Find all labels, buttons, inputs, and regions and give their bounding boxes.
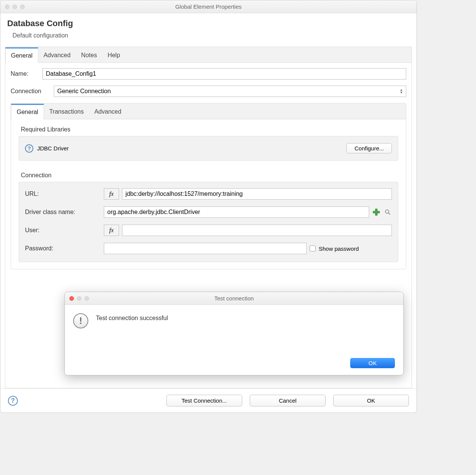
help-icon[interactable]: ? (8, 396, 18, 406)
minimize-window-icon[interactable] (13, 5, 17, 9)
modal-body: ! Test connection successful (65, 305, 403, 335)
driver-help-icon[interactable]: ? (25, 144, 33, 153)
page-subtitle: Default configuration (7, 32, 410, 39)
inner-tab-content: Required Libraries ? JDBC Driver Configu… (11, 119, 406, 269)
connection-select-value: Generic Connection (57, 88, 111, 95)
url-fx-button[interactable]: fx (104, 188, 119, 200)
bottom-bar: ? Test Connection... Cancel OK (0, 388, 417, 412)
modal-zoom-icon[interactable] (85, 296, 89, 301)
connection-section-title: Connection (19, 172, 398, 179)
svg-line-1 (388, 213, 390, 215)
search-driver-button[interactable] (384, 208, 392, 216)
name-input[interactable] (42, 68, 406, 80)
required-libraries-title: Required Libraries (19, 126, 398, 133)
url-input[interactable] (122, 188, 392, 200)
user-input[interactable] (122, 225, 392, 236)
configure-button[interactable]: Configure... (346, 143, 392, 153)
tab-advanced[interactable]: Advanced (38, 47, 76, 62)
window-controls (5, 5, 25, 9)
connection-box: URL: fx Driver class name: (19, 182, 398, 262)
inner-panel: General Transactions Advanced Required L… (11, 103, 406, 269)
user-label: User: (25, 227, 101, 234)
driver-class-label: Driver class name: (25, 209, 101, 216)
modal-window-controls (69, 296, 89, 301)
inner-tab-general[interactable]: General (11, 104, 44, 119)
alert-icon: ! (73, 313, 88, 328)
inner-tab-transactions[interactable]: Transactions (44, 103, 89, 119)
jdbc-driver-label: JDBC Driver (37, 145, 69, 152)
show-password-label: Show password (319, 245, 359, 252)
password-input[interactable] (104, 243, 307, 254)
svg-point-0 (385, 210, 389, 213)
url-label: URL: (25, 191, 101, 197)
modal-footer: OK (65, 358, 403, 375)
connection-label: Connection (11, 88, 49, 95)
plus-icon (373, 209, 380, 216)
connection-select[interactable]: Generic Connection ▲▼ (54, 86, 406, 97)
tab-help[interactable]: Help (102, 47, 125, 62)
window-title: Global Element Properties (0, 3, 417, 10)
add-driver-button[interactable] (372, 208, 380, 216)
page-title: Database Config (7, 19, 410, 28)
show-password-checkbox[interactable] (310, 245, 316, 252)
driver-class-input[interactable] (104, 206, 369, 218)
name-label: Name: (11, 70, 37, 77)
modal-close-icon[interactable] (69, 296, 74, 301)
tab-notes[interactable]: Notes (76, 47, 102, 62)
tab-general[interactable]: General (5, 47, 38, 63)
cancel-button[interactable]: Cancel (250, 395, 326, 406)
magnifier-icon (384, 209, 391, 216)
required-libraries-box: ? JDBC Driver Configure... (19, 136, 398, 161)
modal-minimize-icon[interactable] (77, 296, 81, 301)
select-updown-icon: ▲▼ (400, 89, 403, 94)
password-label: Password: (25, 245, 101, 252)
modal-title: Test connection (65, 295, 403, 302)
ok-button[interactable]: OK (333, 395, 409, 406)
close-window-icon[interactable] (5, 5, 9, 9)
zoom-window-icon[interactable] (20, 5, 25, 9)
header: Database Config Default configuration (0, 13, 417, 47)
outer-tabbar: General Advanced Notes Help (5, 47, 412, 63)
modal-titlebar: Test connection (65, 292, 403, 305)
test-connection-button[interactable]: Test Connection... (166, 395, 242, 406)
user-fx-button[interactable]: fx (104, 225, 119, 236)
main-titlebar: Global Element Properties (0, 0, 417, 13)
test-connection-dialog: Test connection ! Test connection succes… (64, 292, 404, 375)
modal-ok-button[interactable]: OK (350, 358, 395, 368)
modal-message: Test connection successful (96, 313, 393, 328)
inner-tab-advanced[interactable]: Advanced (89, 103, 127, 119)
inner-tabbar: General Transactions Advanced (11, 103, 406, 119)
